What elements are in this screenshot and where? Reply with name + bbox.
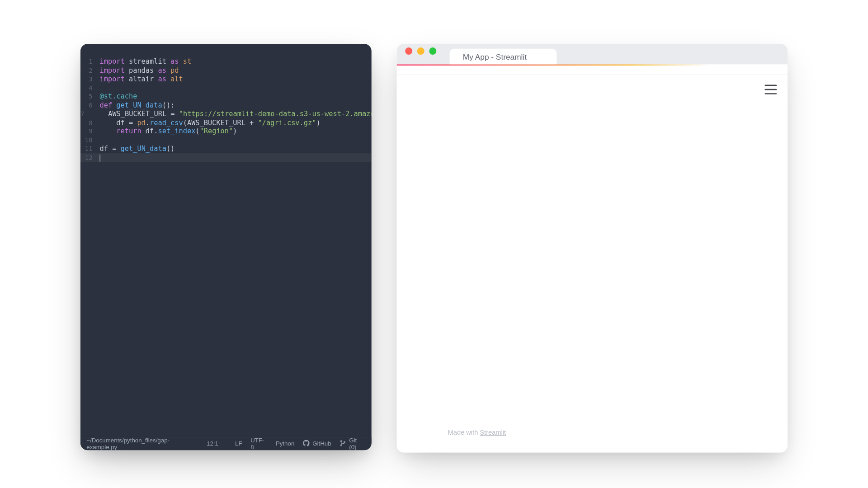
footer-credit: Made with Streamlit bbox=[448, 428, 506, 436]
editor-status-bar: ~/Documents/python_files/gap-example.py … bbox=[80, 437, 372, 450]
code-line[interactable]: 5@st.cache bbox=[80, 92, 372, 101]
hamburger-line-icon bbox=[765, 89, 777, 90]
line-number: 11 bbox=[80, 144, 100, 153]
code-content: AWS_BUCKET_URL = "https://streamlit-demo… bbox=[91, 109, 371, 118]
code-line[interactable]: 2import pandas as pd bbox=[80, 66, 372, 75]
code-content: return df.set_index("Region") bbox=[100, 127, 237, 136]
code-line[interactable]: 7 AWS_BUCKET_URL = "https://streamlit-de… bbox=[80, 109, 372, 118]
status-encoding[interactable]: UTF-8 bbox=[250, 436, 267, 450]
line-number: 8 bbox=[80, 118, 100, 127]
code-content bbox=[100, 153, 100, 163]
window-controls bbox=[405, 44, 436, 64]
app-body: Made with Streamlit bbox=[397, 75, 788, 452]
code-content: @st.cache bbox=[100, 92, 137, 101]
svg-point-2 bbox=[344, 441, 345, 443]
streamlit-link[interactable]: Streamlit bbox=[480, 428, 506, 436]
window-zoom-button[interactable] bbox=[429, 47, 436, 55]
code-editor-panel: 1import streamlit as st2import pandas as… bbox=[80, 44, 372, 450]
line-number: 7 bbox=[80, 109, 91, 118]
browser-panel: My App - Streamlit Made with Streamlit bbox=[397, 44, 788, 452]
line-number: 9 bbox=[80, 127, 100, 136]
status-language[interactable]: Python bbox=[276, 440, 294, 447]
svg-point-1 bbox=[340, 445, 342, 446]
code-area[interactable]: 1import streamlit as st2import pandas as… bbox=[80, 44, 372, 437]
status-github[interactable]: GitHub bbox=[303, 440, 331, 447]
code-content: def get_UN_data(): bbox=[100, 101, 175, 109]
code-content: import altair as alt bbox=[100, 75, 183, 83]
code-line[interactable]: 1import streamlit as st bbox=[80, 57, 372, 66]
code-line[interactable]: 12 bbox=[80, 153, 372, 163]
code-line[interactable]: 8 df = pd.read_csv(AWS_BUCKET_URL + "/ag… bbox=[80, 118, 372, 127]
status-filepath: ~/Documents/python_files/gap-example.py bbox=[86, 436, 198, 450]
line-number: 3 bbox=[80, 75, 100, 83]
browser-chrome: My App - Streamlit bbox=[397, 44, 788, 64]
line-number: 4 bbox=[80, 83, 100, 92]
code-content: import streamlit as st bbox=[100, 57, 192, 66]
window-minimize-button[interactable] bbox=[417, 47, 425, 55]
browser-tab[interactable]: My App - Streamlit bbox=[450, 49, 557, 65]
line-number: 10 bbox=[80, 136, 100, 144]
status-cursor-position: 12:1 bbox=[207, 440, 218, 447]
hamburger-line-icon bbox=[765, 85, 777, 86]
code-line[interactable]: 6def get_UN_data(): bbox=[80, 101, 372, 109]
line-number: 2 bbox=[80, 66, 100, 75]
hamburger-menu-button[interactable] bbox=[765, 85, 777, 94]
line-number: 1 bbox=[80, 57, 100, 66]
git-branch-icon bbox=[340, 440, 346, 447]
code-content: df = get_UN_data() bbox=[100, 144, 175, 153]
line-number: 5 bbox=[80, 92, 100, 101]
browser-toolbar bbox=[397, 64, 788, 75]
page-loading-bar bbox=[397, 64, 710, 66]
svg-point-0 bbox=[340, 441, 342, 442]
line-number: 6 bbox=[80, 101, 100, 109]
code-line[interactable]: 10 bbox=[80, 136, 372, 144]
text-cursor bbox=[100, 154, 100, 161]
hamburger-line-icon bbox=[765, 93, 777, 94]
line-number: 12 bbox=[80, 153, 100, 162]
code-line[interactable]: 3import altair as alt bbox=[80, 75, 372, 83]
code-content: import pandas as pd bbox=[100, 66, 179, 75]
code-line[interactable]: 11df = get_UN_data() bbox=[80, 144, 372, 153]
code-line[interactable]: 4 bbox=[80, 83, 372, 92]
code-line[interactable]: 9 return df.set_index("Region") bbox=[80, 127, 372, 136]
github-icon bbox=[303, 440, 310, 447]
window-close-button[interactable] bbox=[405, 47, 412, 55]
browser-tab-title: My App - Streamlit bbox=[463, 52, 527, 61]
status-line-ending[interactable]: LF bbox=[235, 440, 242, 447]
code-content: df = pd.read_csv(AWS_BUCKET_URL + "/agri… bbox=[100, 118, 321, 127]
status-git[interactable]: Git (0) bbox=[340, 436, 365, 450]
